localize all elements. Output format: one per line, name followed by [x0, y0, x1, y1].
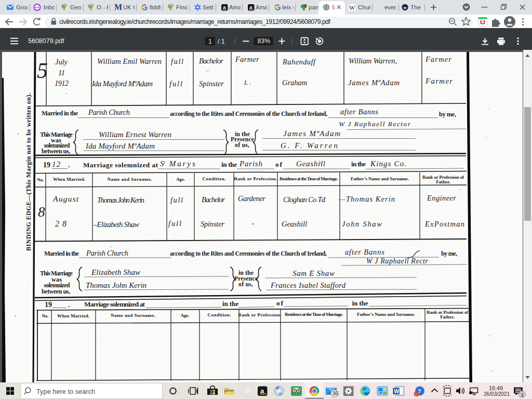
svg-text:Sam E Shaw: Sam E Shaw: [292, 269, 335, 277]
svg-text:of us,: of us,: [235, 141, 249, 149]
svg-text:W J Raphaell Rectr: W J Raphaell Rectr: [366, 257, 429, 265]
svg-text:Spinster: Spinster: [201, 220, 224, 228]
svg-text:July: July: [55, 58, 68, 66]
svg-text:between us,: between us,: [42, 148, 70, 155]
svg-text:Married in the: Married in the: [42, 110, 78, 117]
svg-text:Graham: Graham: [282, 78, 307, 87]
svg-text:–Elizabeth Shaw: –Elizabeth Shaw: [93, 220, 139, 229]
svg-text:Bachelor: Bachelor: [199, 57, 223, 65]
svg-text:Parish: Parish: [239, 159, 262, 168]
svg-text:Married in the: Married in the: [44, 250, 79, 257]
svg-text:Age.: Age.: [180, 313, 189, 318]
svg-text:full: full: [168, 219, 181, 228]
svg-text:.: .: [68, 301, 70, 309]
svg-text:Rahenduff: Rahenduff: [282, 58, 316, 66]
svg-text:between us,: between us,: [42, 288, 70, 295]
svg-text:Cloghan Co Td: Cloghan Co Td: [283, 195, 326, 204]
svg-text:No.: No.: [37, 177, 44, 182]
svg-text:BINDING EDGE—(This Margin not: BINDING EDGE—(This Margin not to be writ…: [25, 93, 32, 251]
svg-text:full: full: [169, 79, 182, 88]
svg-text:Spinster: Spinster: [199, 79, 224, 88]
svg-text:Farmer: Farmer: [425, 77, 453, 85]
svg-text:Marriage solemnized at: Marriage solemnized at: [83, 161, 158, 169]
svg-text:according to the Rites and Cer: according to the Rites and Ceremonies of…: [170, 250, 327, 257]
svg-text:L.: L.: [244, 79, 251, 86]
svg-text:James MªAdam: James MªAdam: [283, 129, 340, 138]
svg-text:When Married.: When Married.: [57, 313, 89, 318]
svg-text:Kings Co.: Kings Co.: [370, 159, 406, 168]
svg-text:by me,: by me,: [441, 250, 457, 257]
svg-text:full: full: [171, 57, 183, 65]
svg-text:ExPostman: ExPostman: [424, 220, 464, 228]
svg-text:Condition.: Condition.: [208, 312, 231, 317]
svg-text:Farmer: Farmer: [235, 55, 259, 63]
svg-text:Father.: Father.: [436, 179, 450, 184]
svg-text:Marriage solemnized at: Marriage solemnized at: [84, 300, 145, 308]
svg-text:full: full: [170, 196, 183, 204]
svg-text:!: !: [416, 392, 417, 397]
svg-text:according to the Rites and Cer: according to the Rites and Ceremonies of…: [170, 110, 327, 117]
svg-text:Condition.: Condition.: [203, 176, 226, 181]
svg-text:after Banns: after Banns: [345, 248, 384, 256]
svg-text:19: 19: [45, 301, 52, 309]
svg-text:William Ernest Warren: William Ernest Warren: [99, 130, 171, 139]
svg-text:in the: in the: [351, 160, 366, 168]
svg-text:Age.: Age.: [176, 177, 185, 182]
svg-text:1912: 1912: [55, 79, 69, 87]
svg-text:Thomas John Kerin: Thomas John Kerin: [97, 196, 144, 204]
svg-text:in the: in the: [221, 161, 237, 168]
svg-text:W: W: [394, 388, 400, 394]
svg-text:12: 12: [52, 160, 61, 168]
svg-text:in the: in the: [352, 299, 368, 307]
svg-text:Residence at the Time of Marri: Residence at the Time of Marriage.: [285, 312, 343, 317]
svg-text:Father.: Father.: [440, 314, 454, 320]
svg-text:Father’s Name and Surname.: Father’s Name and Surname.: [357, 312, 415, 317]
svg-text:August: August: [52, 194, 79, 203]
svg-text:Geashill: Geashill: [282, 220, 307, 228]
svg-text:Name and Surname.: Name and Surname.: [111, 313, 155, 318]
svg-text:Bachelor: Bachelor: [202, 195, 225, 204]
svg-text:When Married.: When Married.: [53, 177, 85, 182]
svg-text:Father’s Name and Surname.: Father’s Name and Surname.: [351, 176, 409, 181]
svg-text:No.: No.: [42, 313, 48, 318]
svg-text:Rank or Profession.: Rank or Profession.: [238, 312, 282, 317]
svg-text:James MªAdam: James MªAdam: [348, 78, 400, 87]
svg-text:Engineer: Engineer: [427, 194, 456, 202]
svg-text:Parish Church: Parish Church: [88, 108, 130, 116]
svg-text:..: ..: [206, 66, 209, 72]
svg-text:Ida Mayford MªAdam: Ida Mayford MªAdam: [85, 142, 155, 150]
svg-text:after Banns: after Banns: [340, 108, 378, 116]
svg-text:G. F. Warren: G. F. Warren: [281, 141, 338, 150]
svg-text:of us,: of us,: [238, 281, 253, 288]
svg-text:Rank or Profession.: Rank or Profession.: [234, 176, 277, 181]
svg-text:Ida Mayford MªAdam: Ida Mayford MªAdam: [91, 79, 153, 88]
svg-text:in the: in the: [222, 300, 238, 308]
svg-text:5: 5: [37, 59, 48, 83]
svg-text:.: .: [68, 161, 70, 169]
svg-text:11: 11: [58, 69, 65, 77]
svg-text:Name and Surname.: Name and Surname.: [108, 177, 152, 182]
svg-text:8: 8: [38, 204, 45, 220]
svg-text:William Emil Warren: William Emil Warren: [97, 57, 162, 65]
svg-text:William Warren,: William Warren,: [349, 57, 397, 65]
svg-text:Farmer: Farmer: [425, 55, 451, 63]
svg-text:—Thomas Kerin: —Thomas Kerin: [338, 195, 395, 203]
svg-text:Geashill: Geashill: [296, 159, 325, 168]
svg-text:by me,: by me,: [439, 111, 456, 118]
svg-text:Elizabeth Shaw: Elizabeth Shaw: [91, 268, 140, 276]
svg-text:1: 1: [521, 392, 524, 397]
svg-text:Parish Church: Parish Church: [86, 249, 128, 257]
svg-text:a: a: [260, 387, 264, 395]
svg-text:Residence at the Time of Marri: Residence at the Time of Marriage.: [280, 176, 338, 181]
svg-text:„: „: [251, 219, 255, 225]
svg-text:36: 36: [332, 391, 339, 396]
svg-text:Gardener: Gardener: [238, 194, 265, 203]
svg-text:Thomas John Kerin: Thomas John Kerin: [86, 281, 147, 289]
svg-text:19: 19: [43, 161, 50, 169]
svg-text:Frances Isabel Stafford: Frances Isabel Stafford: [270, 281, 346, 289]
